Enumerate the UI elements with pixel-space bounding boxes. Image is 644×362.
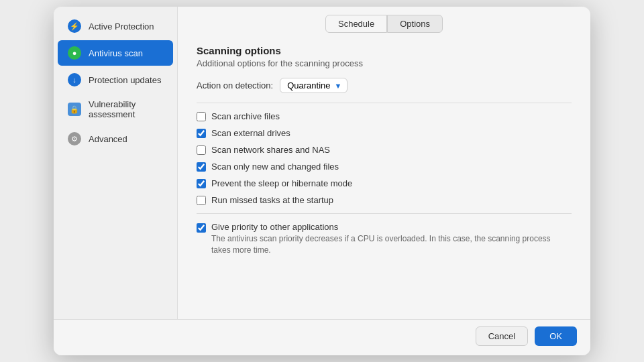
priority-desc: The antivirus scan priority decreases if…	[211, 233, 572, 256]
gear-icon: ⚙	[67, 131, 82, 146]
ok-button[interactable]: OK	[535, 326, 577, 346]
prevent-sleep-checkbox[interactable]	[197, 179, 206, 188]
checkbox-scan-external[interactable]: Scan external drives	[197, 128, 572, 138]
scan-archive-checkbox[interactable]	[197, 112, 206, 121]
scan-new-changed-label: Scan only new and changed files	[211, 162, 339, 172]
priority-checkbox[interactable]	[197, 223, 206, 233]
dialog-body: ⚡ Active Protection ● Antivirus scan ↓ P…	[54, 7, 590, 319]
run-missed-label: Run missed tasks at the startup	[211, 195, 333, 205]
priority-title: Give priority to other applications	[211, 222, 572, 232]
shield-bolt-icon: ⚡	[67, 19, 82, 34]
scan-external-checkbox[interactable]	[197, 129, 206, 138]
sidebar-item-vulnerability-assessment[interactable]: 🔒 Vulnerability assessment	[58, 94, 173, 125]
lock-shield-icon: 🔒	[67, 102, 82, 117]
prevent-sleep-label: Prevent the sleep or hibernate mode	[211, 178, 352, 188]
action-on-detection-row: Action on detection: Quarantine ▼	[197, 78, 572, 93]
sidebar-item-advanced[interactable]: ⚙ Advanced	[58, 126, 173, 152]
priority-section: Give priority to other applications The …	[197, 222, 572, 256]
checkbox-list: Scan archive files Scan external drives …	[197, 111, 572, 205]
content-panel: Schedule Options Scanning options Additi…	[178, 7, 590, 319]
sidebar-label-advanced: Advanced	[89, 134, 127, 144]
sidebar-item-antivirus-scan[interactable]: ● Antivirus scan	[58, 40, 173, 66]
sidebar-label-vulnerability-assessment: Vulnerability assessment	[89, 99, 164, 119]
dialog-footer: Cancel OK	[54, 319, 590, 355]
tab-options[interactable]: Options	[387, 15, 443, 33]
scan-network-label: Scan network shares and NAS	[211, 145, 330, 155]
chevron-down-icon: ▼	[335, 82, 342, 90]
run-missed-checkbox[interactable]	[197, 196, 206, 205]
checkbox-prevent-sleep[interactable]: Prevent the sleep or hibernate mode	[197, 178, 572, 188]
checkbox-scan-new-changed[interactable]: Scan only new and changed files	[197, 162, 572, 172]
antivirus-icon: ●	[67, 46, 82, 60]
scan-new-changed-checkbox[interactable]	[197, 162, 206, 172]
action-label: Action on detection:	[197, 80, 273, 90]
sidebar-label-active-protection: Active Protection	[89, 21, 154, 32]
sidebar-item-active-protection[interactable]: ⚡ Active Protection	[58, 13, 173, 39]
sidebar-item-protection-updates[interactable]: ↓ Protection updates	[58, 67, 173, 93]
quarantine-value: Quarantine	[287, 80, 330, 90]
tabs-bar: Schedule Options	[178, 7, 590, 38]
quarantine-dropdown[interactable]: Quarantine ▼	[280, 78, 347, 93]
tab-schedule[interactable]: Schedule	[325, 15, 387, 33]
section-title: Scanning options	[197, 45, 572, 56]
section-subtitle: Additional options for the scanning proc…	[197, 58, 572, 68]
divider-1	[197, 103, 572, 103]
priority-text: Give priority to other applications The …	[211, 222, 572, 256]
scan-network-checkbox[interactable]	[197, 145, 206, 155]
download-icon: ↓	[67, 72, 82, 87]
divider-2	[197, 213, 572, 214]
checkbox-run-missed[interactable]: Run missed tasks at the startup	[197, 195, 572, 205]
sidebar: ⚡ Active Protection ● Antivirus scan ↓ P…	[54, 7, 178, 319]
sidebar-label-antivirus-scan: Antivirus scan	[89, 48, 143, 58]
cancel-button[interactable]: Cancel	[476, 326, 528, 346]
content-body: Scanning options Additional options for …	[178, 38, 590, 319]
scan-archive-label: Scan archive files	[211, 111, 280, 121]
main-dialog: ⚡ Active Protection ● Antivirus scan ↓ P…	[54, 7, 590, 355]
scan-external-label: Scan external drives	[211, 128, 290, 138]
sidebar-label-protection-updates: Protection updates	[89, 75, 161, 85]
checkbox-scan-archive[interactable]: Scan archive files	[197, 111, 572, 121]
checkbox-scan-network[interactable]: Scan network shares and NAS	[197, 145, 572, 155]
